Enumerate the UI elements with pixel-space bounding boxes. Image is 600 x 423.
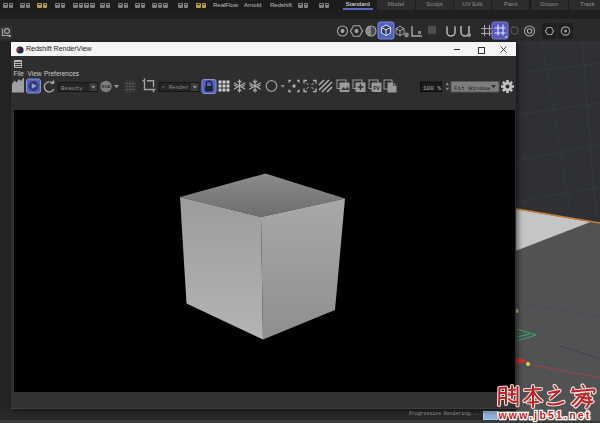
svg-text:www.jb51.net: www.jb51.net bbox=[497, 409, 591, 421]
svg-text:RGB: RGB bbox=[102, 84, 111, 89]
svg-text:PV: PV bbox=[373, 85, 380, 91]
svg-text:100 %: 100 % bbox=[423, 85, 441, 92]
svg-text:Beauty: Beauty bbox=[61, 85, 83, 92]
svg-text:Fit Window: Fit Window bbox=[454, 85, 490, 92]
